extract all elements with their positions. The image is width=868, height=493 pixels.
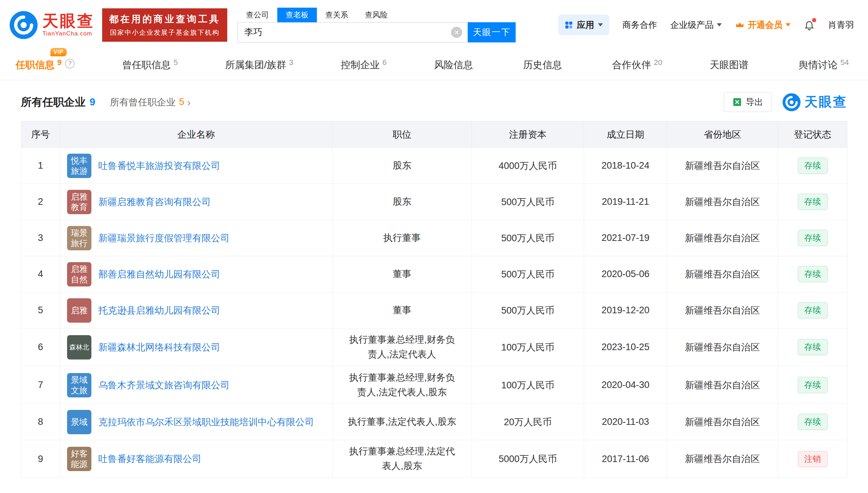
- nav-tab[interactable]: 控制企业 6: [341, 58, 386, 72]
- search-button[interactable]: 天眼一下: [468, 22, 516, 42]
- date-cell: 2020-05-06: [584, 256, 667, 292]
- row-index: 1: [21, 148, 60, 184]
- date-cell: 2019-11-21: [584, 184, 667, 220]
- help-icon[interactable]: [65, 59, 75, 68]
- status-cell: 存续: [778, 366, 847, 404]
- date-cell: 2020-04-30: [584, 366, 667, 404]
- menu-item-enterprise-products[interactable]: 企业级产品: [670, 19, 722, 31]
- nav-tab-count: 6: [382, 58, 386, 67]
- notification-bell[interactable]: [804, 19, 815, 31]
- menu-item-open-membership[interactable]: 开通会员: [735, 19, 791, 31]
- nav-tab-label: 所属集团/族群: [225, 58, 286, 72]
- nav-tab[interactable]: 曾任职信息 5: [122, 58, 178, 72]
- former-positions-link[interactable]: 所有曾任职企业 5: [110, 96, 191, 108]
- user-menu[interactable]: 肖青羽: [828, 19, 854, 31]
- company-link[interactable]: 新疆森林北网络科技有限公司: [98, 341, 220, 354]
- company-link[interactable]: 克拉玛依市乌尔禾区景域职业技能培训中心有限公司: [98, 416, 314, 428]
- col-header-date: 成立日期: [584, 121, 667, 148]
- chevron-down-icon: [598, 23, 603, 26]
- company-link[interactable]: 新疆瑞景旅行度假管理有限公司: [98, 232, 230, 244]
- company-link[interactable]: 鄯善启雅自然幼儿园有限公司: [98, 268, 220, 281]
- status-cell: 注销: [778, 440, 847, 478]
- company-cell: 启雅 托克逊县启雅幼儿园有限公司: [67, 298, 327, 323]
- chevron-right-icon: [187, 97, 191, 108]
- col-header-index: 序号: [21, 121, 60, 148]
- apps-label: 应用: [577, 19, 594, 31]
- row-index: 2: [21, 184, 60, 220]
- watermark-text: 天眼查: [804, 93, 847, 111]
- search-tab[interactable]: 查老板: [277, 8, 317, 22]
- company-cell: 森林北 新疆森林北网络科技有限公司: [67, 335, 327, 359]
- capital-cell: 20万人民币: [472, 404, 584, 440]
- company-logo: 瑞景 旅行: [67, 226, 91, 250]
- nav-tab-label: 曾任职信息: [122, 58, 171, 72]
- nav-tab[interactable]: 历史信息: [523, 58, 565, 72]
- watermark-logo-icon: [782, 93, 801, 112]
- search-tab[interactable]: 查风险: [357, 8, 396, 22]
- region-cell: 新疆维吾尔自治区: [667, 440, 778, 478]
- region-cell: 新疆维吾尔自治区: [667, 292, 778, 329]
- region-cell: 新疆维吾尔自治区: [667, 148, 778, 184]
- company-logo: 景域 文旅: [67, 373, 91, 397]
- nav-tab-count: 5: [174, 58, 178, 67]
- status-badge: 存续: [798, 339, 828, 355]
- capital-cell: 5000万人民币: [472, 440, 584, 478]
- company-link[interactable]: 乌鲁木齐景域文旅咨询有限公司: [98, 379, 230, 391]
- date-cell: 2020-11-03: [584, 404, 667, 440]
- apps-menu[interactable]: 应用: [558, 15, 609, 35]
- capital-cell: 500万人民币: [472, 220, 584, 256]
- capital-cell: 500万人民币: [472, 292, 584, 329]
- status-badge: 存续: [798, 302, 828, 318]
- capital-cell: 500万人民币: [472, 256, 584, 292]
- clear-search-icon[interactable]: [451, 27, 462, 38]
- status-badge: 存续: [798, 377, 828, 393]
- nav-tab-label: 风险信息: [434, 58, 473, 72]
- tianyancha-logo[interactable]: 天眼查 TianYanCha.com: [9, 10, 95, 40]
- section-title-count: 9: [90, 96, 95, 108]
- col-header-company: 企业名称: [60, 121, 333, 148]
- brand-slogan: 都在用的商业查询工具 国家中小企业发展子基金旗下机构: [102, 8, 227, 42]
- company-cell: 启雅 教育 新疆启雅教育咨询有限公司: [67, 190, 327, 214]
- nav-tab[interactable]: VIP 任职信息 9: [16, 58, 75, 72]
- nav-tab[interactable]: 风险信息: [434, 58, 476, 72]
- export-label: 导出: [746, 96, 763, 108]
- company-cell: 悦丰 旅游 吐鲁番悦丰旅游投资有限公司: [67, 154, 327, 178]
- nav-tab-label: 合作伙伴: [612, 58, 651, 72]
- company-link[interactable]: 吐鲁番悦丰旅游投资有限公司: [98, 160, 220, 172]
- row-index: 3: [21, 220, 60, 256]
- search-input[interactable]: [238, 22, 468, 42]
- capital-cell: 500万人民币: [472, 184, 584, 220]
- menu-label: 商务合作: [622, 19, 657, 31]
- section-header: 所有任职企业 9 所有曾任职企业 5 导出 天眼查: [21, 92, 847, 112]
- company-logo: 启雅: [67, 298, 91, 323]
- position-cell: 执行董事兼总经理,财务负责人,法定代表人: [333, 329, 472, 366]
- logo-domain: TianYanCha.com: [42, 30, 95, 37]
- company-link[interactable]: 吐鲁番好客能源有限公司: [98, 453, 202, 465]
- chevron-down-icon: [717, 23, 722, 26]
- position-cell: 执行董事: [333, 220, 472, 256]
- company-logo: 启雅 教育: [67, 190, 91, 214]
- company-link[interactable]: 新疆启雅教育咨询有限公司: [98, 196, 211, 208]
- status-cell: 存续: [778, 292, 847, 329]
- search-box: 天眼一下: [238, 22, 516, 42]
- crown-icon: [735, 20, 745, 30]
- date-cell: 2023-10-25: [584, 329, 667, 366]
- nav-tab[interactable]: 舆情讨论 54: [799, 58, 849, 72]
- former-positions-label: 所有曾任职企业: [110, 96, 175, 108]
- status-cell: 存续: [778, 220, 847, 256]
- search-tab[interactable]: 查关系: [317, 8, 357, 22]
- nav-tab[interactable]: 所属集团/族群 3: [225, 58, 293, 72]
- company-cell: 启雅 自然 鄯善启雅自然幼儿园有限公司: [67, 262, 327, 286]
- position-cell: 执行董事,法定代表人,股东: [333, 404, 472, 440]
- menu-item-business-cooperation[interactable]: 商务合作: [622, 19, 657, 31]
- company-link[interactable]: 托克逊县启雅幼儿园有限公司: [98, 304, 220, 317]
- export-button[interactable]: 导出: [724, 92, 772, 112]
- status-cell: 存续: [778, 184, 847, 220]
- nav-tab[interactable]: 天眼图谱: [710, 58, 751, 72]
- nav-tab[interactable]: 合作伙伴 20: [612, 58, 662, 72]
- row-index: 9: [21, 440, 60, 478]
- nav-tabs: VIP 任职信息 9 曾任职信息 5 所属集团/族群 3 控制企业 6 风险信息…: [0, 50, 868, 80]
- region-cell: 新疆维吾尔自治区: [667, 220, 778, 256]
- search-tab[interactable]: 查公司: [238, 8, 277, 22]
- former-positions-count: 5: [179, 97, 184, 107]
